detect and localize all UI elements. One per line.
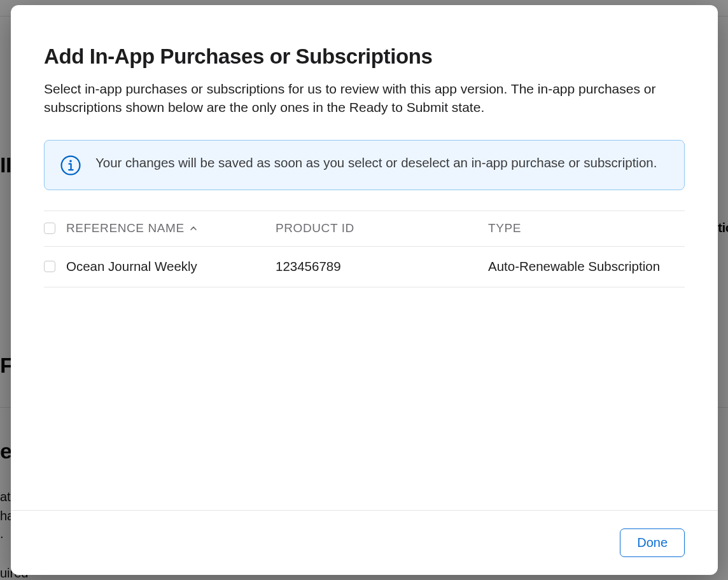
info-banner: Your changes will be saved as soon as yo… [44, 140, 685, 190]
column-header-label: PRODUCT ID [276, 221, 354, 235]
modal-title: Add In-App Purchases or Subscriptions [44, 45, 685, 69]
row-checkbox[interactable] [44, 261, 55, 272]
modal-description: Select in-app purchases or subscriptions… [44, 80, 685, 117]
iap-table: REFERENCE NAME PRODUCT ID TYPE [44, 211, 685, 287]
column-header-label: TYPE [488, 221, 521, 235]
modal-footer: Done [11, 510, 718, 575]
info-icon [60, 155, 81, 176]
chevron-up-icon [190, 224, 197, 232]
column-header-reference-name[interactable]: REFERENCE NAME [66, 221, 276, 235]
cell-reference-name: Ocean Journal Weekly [66, 259, 276, 274]
modal-body: Add In-App Purchases or Subscriptions Se… [11, 5, 718, 510]
done-button[interactable]: Done [620, 528, 685, 557]
svg-point-1 [69, 160, 72, 163]
cell-product-id: 123456789 [276, 259, 488, 274]
column-header-type[interactable]: TYPE [488, 221, 685, 235]
info-banner-text: Your changes will be saved as soon as yo… [95, 154, 657, 172]
table-header-row: REFERENCE NAME PRODUCT ID TYPE [44, 211, 685, 247]
table-row: Ocean Journal Weekly 123456789 Auto-Rene… [44, 247, 685, 287]
column-header-label: REFERENCE NAME [66, 221, 185, 235]
cell-type: Auto-Renewable Subscription [488, 259, 685, 274]
select-all-cell [44, 223, 66, 234]
column-header-product-id[interactable]: PRODUCT ID [276, 221, 488, 235]
add-iap-modal: Add In-App Purchases or Subscriptions Se… [11, 5, 718, 575]
select-all-checkbox[interactable] [44, 223, 55, 234]
row-checkbox-cell [44, 261, 66, 272]
